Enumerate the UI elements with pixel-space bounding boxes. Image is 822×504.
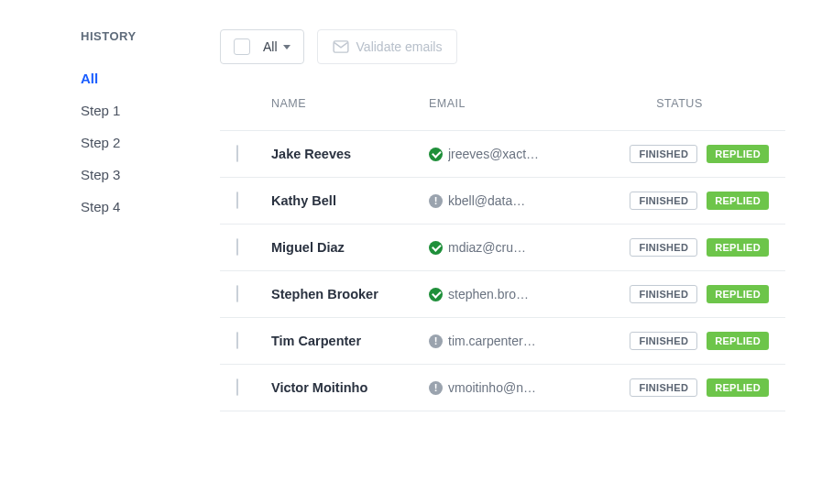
- row-status: FINISHEDREPLIED: [590, 285, 769, 303]
- status-badge-finished: FINISHED: [630, 285, 697, 303]
- row-email[interactable]: stephen.bro…: [429, 287, 572, 301]
- table-header: NAME EMAIL STATUS: [220, 97, 785, 130]
- row-name[interactable]: Victor Moitinho: [271, 380, 429, 395]
- row-email[interactable]: vmoitinho@n…: [429, 380, 572, 395]
- row-checkbox[interactable]: [236, 238, 238, 256]
- sidebar-item-step-3[interactable]: Step 3: [81, 167, 172, 182]
- row-checkbox[interactable]: [236, 145, 238, 162]
- status-badge-replied: REPLIED: [707, 285, 769, 303]
- email-icon: [333, 40, 349, 53]
- sidebar-item-all[interactable]: All: [81, 71, 172, 86]
- toolbar: All Validate emails: [220, 29, 785, 64]
- filter-label: All: [263, 39, 278, 54]
- chevron-down-icon: [283, 45, 290, 49]
- row-checkbox[interactable]: [236, 285, 238, 302]
- table-row: Stephen Brookerstephen.bro…FINISHEDREPLI…: [220, 271, 785, 318]
- header-email: EMAIL: [429, 97, 572, 110]
- status-badge-replied: REPLIED: [707, 192, 769, 210]
- row-email-text: kbell@data…: [448, 193, 525, 208]
- main-content: All Validate emails NAME EMAIL STATUS: [220, 29, 785, 411]
- status-badge-replied: REPLIED: [707, 238, 769, 257]
- row-name[interactable]: Jake Reeves: [271, 147, 429, 161]
- select-all-checkbox[interactable]: [234, 38, 250, 55]
- sidebar-item-step-4[interactable]: Step 4: [81, 199, 172, 214]
- status-badge-finished: FINISHED: [630, 238, 697, 257]
- row-checkbox[interactable]: [236, 378, 238, 396]
- status-badge-finished: FINISHED: [630, 192, 697, 210]
- row-checkbox[interactable]: [236, 192, 238, 209]
- unknown-icon: [429, 334, 443, 348]
- status-badge-finished: FINISHED: [630, 378, 697, 397]
- status-badge-replied: REPLIED: [707, 332, 769, 350]
- row-email[interactable]: jreeves@xact…: [429, 147, 572, 161]
- validate-emails-button[interactable]: Validate emails: [317, 29, 458, 64]
- table-row: Jake Reevesjreeves@xact…FINISHEDREPLIED: [220, 131, 785, 178]
- header-status: STATUS: [590, 97, 769, 110]
- table-row: Kathy Bellkbell@data…FINISHEDREPLIED: [220, 178, 785, 225]
- row-name[interactable]: Kathy Bell: [271, 193, 429, 208]
- row-status: FINISHEDREPLIED: [590, 332, 769, 350]
- row-status: FINISHEDREPLIED: [590, 192, 769, 210]
- verified-icon: [429, 241, 443, 255]
- table-row: Victor Moitinhovmoitinho@n…FINISHEDREPLI…: [220, 365, 785, 411]
- sidebar-item-step-2[interactable]: Step 2: [81, 135, 172, 150]
- row-email-text: stephen.bro…: [448, 287, 529, 301]
- table-row: Miguel Diazmdiaz@cru…FINISHEDREPLIED: [220, 225, 785, 271]
- row-checkbox[interactable]: [236, 332, 238, 349]
- sidebar-item-step-1[interactable]: Step 1: [81, 103, 172, 118]
- verified-icon: [429, 288, 443, 301]
- row-status: FINISHEDREPLIED: [590, 145, 769, 163]
- status-badge-replied: REPLIED: [707, 145, 769, 163]
- row-name[interactable]: Stephen Brooker: [271, 287, 429, 301]
- row-email-text: vmoitinho@n…: [448, 380, 536, 395]
- validate-label: Validate emails: [356, 39, 443, 54]
- status-badge-finished: FINISHED: [630, 332, 697, 350]
- row-email[interactable]: mdiaz@cru…: [429, 240, 572, 255]
- filter-dropdown[interactable]: All: [220, 29, 304, 64]
- row-status: FINISHEDREPLIED: [590, 378, 769, 397]
- row-email[interactable]: tim.carpenter…: [429, 334, 572, 348]
- unknown-icon: [429, 194, 443, 208]
- unknown-icon: [429, 381, 443, 395]
- sidebar-nav: AllStep 1Step 2Step 3Step 4: [81, 71, 172, 214]
- row-email[interactable]: kbell@data…: [429, 193, 572, 208]
- table-body: Jake Reevesjreeves@xact…FINISHEDREPLIEDK…: [220, 130, 785, 411]
- sidebar: HISTORY AllStep 1Step 2Step 3Step 4: [81, 29, 172, 411]
- row-email-text: tim.carpenter…: [448, 334, 536, 348]
- row-name[interactable]: Miguel Diaz: [271, 240, 429, 255]
- row-name[interactable]: Tim Carpenter: [271, 334, 429, 348]
- row-status: FINISHEDREPLIED: [590, 238, 769, 257]
- verified-icon: [429, 148, 443, 161]
- row-email-text: mdiaz@cru…: [448, 240, 526, 255]
- header-name: NAME: [271, 97, 429, 110]
- sidebar-title: HISTORY: [81, 29, 172, 43]
- status-badge-finished: FINISHED: [630, 145, 697, 163]
- table-row: Tim Carpentertim.carpenter…FINISHEDREPLI…: [220, 318, 785, 365]
- row-email-text: jreeves@xact…: [448, 147, 539, 161]
- status-badge-replied: REPLIED: [707, 378, 769, 397]
